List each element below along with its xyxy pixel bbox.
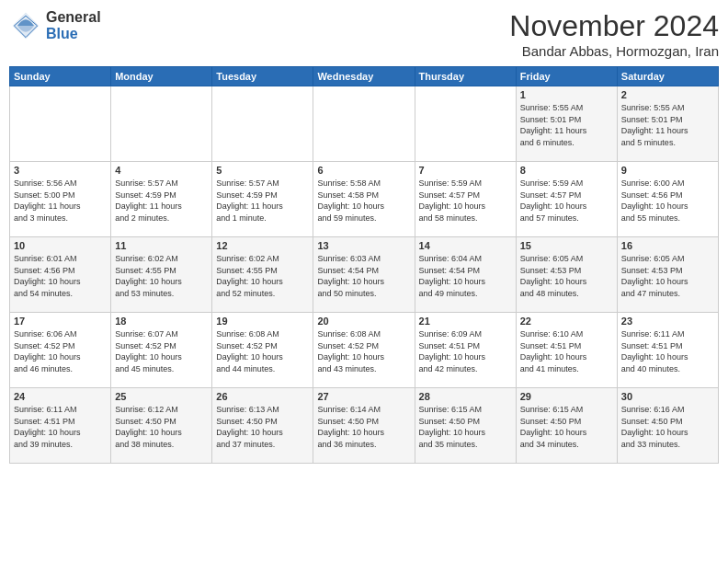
- calendar-table: Sunday Monday Tuesday Wednesday Thursday…: [9, 66, 719, 464]
- day-info: Sunrise: 6:10 AM Sunset: 4:51 PM Dayligh…: [520, 328, 613, 374]
- day-cell-1-2: 5Sunrise: 5:57 AM Sunset: 4:59 PM Daylig…: [212, 162, 313, 237]
- day-cell-2-4: 14Sunrise: 6:04 AM Sunset: 4:54 PM Dayli…: [415, 237, 516, 313]
- day-info: Sunrise: 6:00 AM Sunset: 4:56 PM Dayligh…: [621, 178, 714, 224]
- day-cell-4-1: 25Sunrise: 6:12 AM Sunset: 4:50 PM Dayli…: [111, 388, 212, 464]
- day-number: 24: [14, 391, 107, 402]
- day-number: 22: [520, 316, 613, 327]
- day-info: Sunrise: 6:12 AM Sunset: 4:50 PM Dayligh…: [115, 404, 208, 450]
- week-row-0: 1Sunrise: 5:55 AM Sunset: 5:01 PM Daylig…: [10, 86, 719, 162]
- day-cell-4-3: 27Sunrise: 6:14 AM Sunset: 4:50 PM Dayli…: [313, 388, 415, 464]
- day-cell-2-3: 13Sunrise: 6:03 AM Sunset: 4:54 PM Dayli…: [313, 237, 415, 313]
- logo-text: General Blue: [46, 9, 101, 41]
- day-number: 16: [621, 240, 714, 251]
- weekday-header-row: Sunday Monday Tuesday Wednesday Thursday…: [10, 67, 719, 86]
- day-info: Sunrise: 6:01 AM Sunset: 4:56 PM Dayligh…: [14, 253, 107, 299]
- day-info: Sunrise: 6:08 AM Sunset: 4:52 PM Dayligh…: [317, 328, 410, 374]
- day-number: 9: [621, 165, 714, 176]
- day-number: 18: [115, 316, 208, 327]
- day-cell-1-0: 3Sunrise: 5:56 AM Sunset: 5:00 PM Daylig…: [10, 162, 111, 237]
- day-cell-2-1: 11Sunrise: 6:02 AM Sunset: 4:55 PM Dayli…: [111, 237, 212, 313]
- day-number: 20: [317, 316, 410, 327]
- day-info: Sunrise: 6:11 AM Sunset: 4:51 PM Dayligh…: [14, 404, 107, 450]
- day-info: Sunrise: 6:14 AM Sunset: 4:50 PM Dayligh…: [317, 404, 410, 450]
- day-number: 3: [14, 165, 107, 176]
- day-number: 8: [520, 165, 613, 176]
- day-cell-4-5: 29Sunrise: 6:15 AM Sunset: 4:50 PM Dayli…: [516, 388, 617, 464]
- day-cell-0-4: [415, 86, 516, 162]
- day-cell-2-0: 10Sunrise: 6:01 AM Sunset: 4:56 PM Dayli…: [10, 237, 111, 313]
- day-number: 30: [621, 391, 714, 402]
- day-info: Sunrise: 6:13 AM Sunset: 4:50 PM Dayligh…: [216, 404, 309, 450]
- header: General Blue November 2024 Bandar Abbas,…: [9, 9, 719, 59]
- day-info: Sunrise: 6:02 AM Sunset: 4:55 PM Dayligh…: [216, 253, 309, 299]
- logo: General Blue: [9, 9, 101, 42]
- day-info: Sunrise: 5:59 AM Sunset: 4:57 PM Dayligh…: [520, 178, 613, 224]
- day-info: Sunrise: 5:55 AM Sunset: 5:01 PM Dayligh…: [621, 102, 714, 148]
- day-number: 15: [520, 240, 613, 251]
- day-cell-1-1: 4Sunrise: 5:57 AM Sunset: 4:59 PM Daylig…: [111, 162, 212, 237]
- day-cell-0-3: [313, 86, 415, 162]
- day-number: 2: [621, 89, 714, 100]
- day-info: Sunrise: 5:55 AM Sunset: 5:01 PM Dayligh…: [520, 102, 613, 148]
- day-cell-1-3: 6Sunrise: 5:58 AM Sunset: 4:58 PM Daylig…: [313, 162, 415, 237]
- header-thursday: Thursday: [415, 67, 516, 86]
- day-cell-2-5: 15Sunrise: 6:05 AM Sunset: 4:53 PM Dayli…: [516, 237, 617, 313]
- day-cell-3-2: 19Sunrise: 6:08 AM Sunset: 4:52 PM Dayli…: [212, 313, 313, 388]
- day-info: Sunrise: 6:08 AM Sunset: 4:52 PM Dayligh…: [216, 328, 309, 374]
- day-cell-1-6: 9Sunrise: 6:00 AM Sunset: 4:56 PM Daylig…: [617, 162, 718, 237]
- day-number: 12: [216, 240, 309, 251]
- day-cell-3-4: 21Sunrise: 6:09 AM Sunset: 4:51 PM Dayli…: [415, 313, 516, 388]
- day-info: Sunrise: 6:16 AM Sunset: 4:50 PM Dayligh…: [621, 404, 714, 450]
- title-block: November 2024 Bandar Abbas, Hormozgan, I…: [509, 9, 719, 59]
- day-cell-3-5: 22Sunrise: 6:10 AM Sunset: 4:51 PM Dayli…: [516, 313, 617, 388]
- day-number: 14: [419, 240, 512, 251]
- day-cell-4-4: 28Sunrise: 6:15 AM Sunset: 4:50 PM Dayli…: [415, 388, 516, 464]
- day-info: Sunrise: 6:04 AM Sunset: 4:54 PM Dayligh…: [419, 253, 512, 299]
- header-tuesday: Tuesday: [212, 67, 313, 86]
- day-number: 26: [216, 391, 309, 402]
- page: General Blue November 2024 Bandar Abbas,…: [0, 0, 728, 563]
- location-subtitle: Bandar Abbas, Hormozgan, Iran: [509, 43, 719, 59]
- day-cell-2-6: 16Sunrise: 6:05 AM Sunset: 4:53 PM Dayli…: [617, 237, 718, 313]
- month-title: November 2024: [509, 9, 719, 43]
- day-cell-3-3: 20Sunrise: 6:08 AM Sunset: 4:52 PM Dayli…: [313, 313, 415, 388]
- day-cell-3-6: 23Sunrise: 6:11 AM Sunset: 4:51 PM Dayli…: [617, 313, 718, 388]
- day-number: 23: [621, 316, 714, 327]
- day-info: Sunrise: 6:06 AM Sunset: 4:52 PM Dayligh…: [14, 328, 107, 374]
- week-row-1: 3Sunrise: 5:56 AM Sunset: 5:00 PM Daylig…: [10, 162, 719, 237]
- day-number: 1: [520, 89, 613, 100]
- day-cell-4-6: 30Sunrise: 6:16 AM Sunset: 4:50 PM Dayli…: [617, 388, 718, 464]
- day-info: Sunrise: 5:58 AM Sunset: 4:58 PM Dayligh…: [317, 178, 410, 224]
- header-saturday: Saturday: [617, 67, 718, 86]
- day-info: Sunrise: 6:11 AM Sunset: 4:51 PM Dayligh…: [621, 328, 714, 374]
- day-info: Sunrise: 6:15 AM Sunset: 4:50 PM Dayligh…: [419, 404, 512, 450]
- day-number: 4: [115, 165, 208, 176]
- day-info: Sunrise: 6:03 AM Sunset: 4:54 PM Dayligh…: [317, 253, 410, 299]
- day-info: Sunrise: 6:05 AM Sunset: 4:53 PM Dayligh…: [621, 253, 714, 299]
- day-cell-0-2: [212, 86, 313, 162]
- day-cell-3-0: 17Sunrise: 6:06 AM Sunset: 4:52 PM Dayli…: [10, 313, 111, 388]
- day-cell-0-1: [111, 86, 212, 162]
- day-number: 21: [419, 316, 512, 327]
- day-cell-1-5: 8Sunrise: 5:59 AM Sunset: 4:57 PM Daylig…: [516, 162, 617, 237]
- day-info: Sunrise: 6:15 AM Sunset: 4:50 PM Dayligh…: [520, 404, 613, 450]
- day-cell-0-0: [10, 86, 111, 162]
- day-cell-3-1: 18Sunrise: 6:07 AM Sunset: 4:52 PM Dayli…: [111, 313, 212, 388]
- day-cell-2-2: 12Sunrise: 6:02 AM Sunset: 4:55 PM Dayli…: [212, 237, 313, 313]
- day-cell-0-5: 1Sunrise: 5:55 AM Sunset: 5:01 PM Daylig…: [516, 86, 617, 162]
- logo-general-text: General: [46, 9, 101, 26]
- day-number: 29: [520, 391, 613, 402]
- day-info: Sunrise: 5:57 AM Sunset: 4:59 PM Dayligh…: [216, 178, 309, 224]
- day-cell-4-0: 24Sunrise: 6:11 AM Sunset: 4:51 PM Dayli…: [10, 388, 111, 464]
- logo-blue-text: Blue: [46, 26, 101, 42]
- header-sunday: Sunday: [10, 67, 111, 86]
- week-row-4: 24Sunrise: 6:11 AM Sunset: 4:51 PM Dayli…: [10, 388, 719, 464]
- day-info: Sunrise: 6:05 AM Sunset: 4:53 PM Dayligh…: [520, 253, 613, 299]
- day-cell-1-4: 7Sunrise: 5:59 AM Sunset: 4:57 PM Daylig…: [415, 162, 516, 237]
- day-number: 13: [317, 240, 410, 251]
- day-number: 7: [419, 165, 512, 176]
- header-wednesday: Wednesday: [313, 67, 415, 86]
- header-friday: Friday: [516, 67, 617, 86]
- day-info: Sunrise: 5:57 AM Sunset: 4:59 PM Dayligh…: [115, 178, 208, 224]
- day-number: 11: [115, 240, 208, 251]
